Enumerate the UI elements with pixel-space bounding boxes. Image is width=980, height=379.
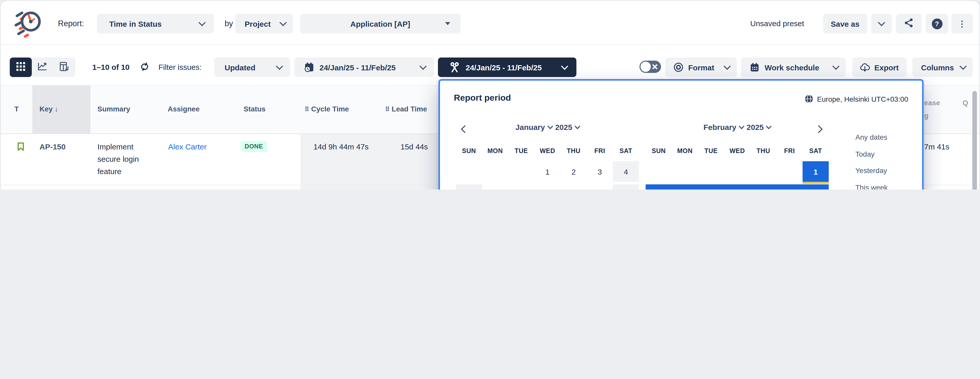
calendar-day[interactable]: 9 — [560, 184, 587, 190]
calendar-day[interactable]: 4 — [613, 161, 639, 182]
chart-view-icon — [38, 61, 48, 73]
column-header-clipped[interactable]: ease — [924, 99, 940, 107]
popup-title: Report period — [454, 93, 511, 103]
month-select[interactable]: February — [703, 123, 743, 131]
story-type-icon — [16, 142, 25, 152]
calendar-day[interactable]: 5 — [724, 184, 750, 190]
calendar-day[interactable]: 5 — [456, 184, 482, 190]
trim-toggle[interactable] — [640, 61, 661, 73]
column-header-key[interactable]: Key ↓ — [40, 105, 58, 113]
columns-select[interactable]: Columns — [912, 58, 973, 77]
grid-view-icon — [16, 62, 25, 73]
year-select[interactable]: 2025 — [747, 123, 771, 131]
more-options-button[interactable]: ⋮ — [951, 14, 973, 34]
issue-key: AP-150 — [40, 142, 66, 151]
pivot-view-icon — [59, 61, 69, 73]
weekday-label: TUE — [698, 147, 724, 155]
chevron-down-icon — [276, 62, 283, 70]
clipped-time-value: 7m 41s — [924, 142, 949, 151]
calendar-day[interactable]: 8 — [535, 184, 560, 190]
column-header-clipped[interactable]: g — [924, 112, 929, 120]
calendar-clock-icon — [304, 62, 315, 73]
year-select[interactable]: 2025 — [555, 123, 579, 131]
view-pivot-button[interactable] — [53, 58, 75, 77]
group-by-select[interactable]: Project — [235, 14, 293, 34]
work-schedule-select[interactable]: Work schedule — [741, 58, 846, 77]
format-select[interactable]: Format — [665, 58, 737, 77]
column-header-summary[interactable]: Summary — [97, 105, 130, 113]
weekday-label: MON — [672, 147, 698, 155]
preset-item-this-week[interactable]: This week — [840, 179, 922, 190]
calendar-february: February 2025 SUNMONTUEWEDTHUFRISAT 1234… — [646, 121, 829, 190]
weekday-label: MON — [482, 147, 508, 155]
lead-time-value: 15d 44s — [401, 142, 428, 151]
calendar-day[interactable]: 3 — [587, 161, 613, 182]
filter-issues-label: Filter issues: — [159, 62, 202, 71]
cloud-download-icon — [859, 62, 870, 73]
chevron-down-icon — [832, 62, 840, 70]
weekday-label: WED — [724, 147, 750, 155]
sort-descending-icon: ↓ — [55, 105, 58, 113]
status-badge: DONE — [240, 141, 267, 152]
timezone-selector[interactable]: Europe, Helsinki UTC+03:00 — [805, 94, 908, 103]
weekday-label: SUN — [456, 147, 482, 155]
weekday-row: SUNMONTUEWEDTHUFRISAT — [646, 147, 829, 155]
column-header-lead-time[interactable]: ⠿Lead Time — [385, 105, 427, 113]
calendar-day[interactable]: 4 — [698, 184, 724, 190]
calendar-day-empty — [646, 161, 672, 182]
scissors-icon — [449, 62, 460, 73]
export-button[interactable]: Export — [852, 58, 907, 77]
calendar-day[interactable]: 6 — [482, 184, 508, 190]
calendar-day[interactable]: 3 — [672, 184, 698, 190]
calendar-day[interactable]: 11 — [613, 184, 639, 190]
view-chart-button[interactable] — [32, 58, 53, 77]
calendar-day[interactable]: 1 — [803, 161, 829, 182]
calendar-day[interactable]: 7 — [508, 184, 535, 190]
calendar-day[interactable]: 10 — [587, 184, 613, 190]
chevron-down-icon — [561, 62, 568, 70]
month-select[interactable]: January — [515, 123, 552, 131]
calendar-day[interactable]: 2 — [560, 161, 587, 182]
date-grid: 1234567891011121314151617181920212223242… — [456, 161, 639, 190]
column-header-type[interactable]: T — [14, 105, 19, 113]
report-label: Report: — [58, 19, 84, 28]
calendar-day-empty — [672, 161, 698, 182]
app-window: Report: Time in Status by Project Applic… — [0, 0, 980, 190]
report-period-popup: Report period Europe, Helsinki UTC+03:00… — [439, 79, 924, 190]
view-table-button[interactable] — [10, 58, 32, 77]
share-button[interactable] — [896, 14, 921, 34]
calendar-day[interactable]: 6 — [750, 184, 776, 190]
column-header-status[interactable]: Status — [243, 105, 266, 113]
vertical-scrollbar[interactable] — [972, 91, 977, 190]
calendar-day-empty — [456, 161, 482, 182]
share-icon — [904, 18, 913, 29]
calendar-day[interactable]: 2 — [646, 184, 672, 190]
filter-field-select[interactable]: Updated — [214, 58, 290, 77]
calendar-day[interactable]: 1 — [535, 161, 560, 182]
preset-item-any-dates[interactable]: Any dates — [840, 129, 922, 146]
app-logo — [14, 5, 43, 40]
refresh-icon[interactable] — [140, 62, 150, 74]
preset-item-today[interactable]: Today — [840, 146, 922, 162]
trim-period-button[interactable]: 24/Jan/25 - 11/Feb/25 — [438, 58, 576, 77]
calendar-day-empty — [724, 161, 750, 182]
calendar-day-empty — [750, 161, 776, 182]
assignee-link[interactable]: Alex Carter — [168, 142, 207, 151]
date-range-select[interactable]: 24/Jan/25 - 11/Feb/25 — [294, 58, 434, 77]
save-as-menu-button[interactable] — [871, 14, 892, 34]
project-select[interactable]: Application [AP] — [300, 14, 460, 34]
calendar-day-empty — [508, 161, 535, 182]
issue-summary: Implement secure login feature — [97, 141, 158, 178]
chevron-down-icon — [280, 19, 287, 26]
format-target-icon — [673, 62, 684, 72]
preset-status: Unsaved preset — [750, 19, 804, 28]
help-button[interactable]: ? — [926, 14, 948, 34]
preset-item-yesterday[interactable]: Yesterday — [840, 162, 922, 179]
report-type-select[interactable]: Time in Status — [97, 14, 214, 34]
calendar-day[interactable]: 7 — [776, 184, 803, 190]
column-header-cycle-time[interactable]: ⠿Cycle Time — [305, 105, 349, 113]
save-as-button[interactable]: Save as — [823, 14, 867, 34]
calendar-day[interactable]: 8 — [803, 184, 829, 190]
column-header-q[interactable]: Q — [963, 99, 968, 107]
column-header-assignee[interactable]: Assignee — [168, 105, 200, 113]
